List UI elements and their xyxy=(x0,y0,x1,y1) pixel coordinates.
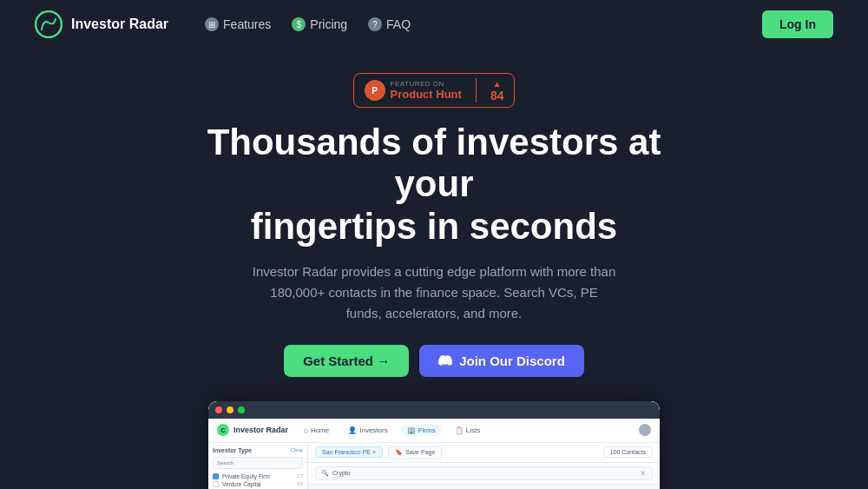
nav-features-link[interactable]: ⊞ Features xyxy=(196,12,279,36)
ph-number: 84 xyxy=(490,89,504,102)
sidebar-item-venture-capital: Venture Capital 93 xyxy=(213,481,303,487)
sidebar-search-input[interactable] xyxy=(213,457,303,469)
app-screenshot: C Investor Radar ⌂ Home 👤 Investors 🏢 Fi… xyxy=(208,401,660,489)
nav-faq-link[interactable]: ? FAQ xyxy=(359,12,419,36)
search-input-inner[interactable]: 🔍 Crypto ✕ xyxy=(315,466,653,480)
app-filters: San Francisco PE × 🔖 Save Page 100 Conta… xyxy=(308,443,660,463)
join-discord-button[interactable]: Join Our Discord xyxy=(419,345,584,377)
search-clear-icon[interactable]: ✕ xyxy=(640,469,647,478)
ph-count: ▲ 84 xyxy=(490,79,504,102)
pricing-icon: $ xyxy=(292,17,306,31)
app-cards: Practica Capital 📞 Contact ▾ Micro VC, P… xyxy=(308,485,660,489)
ph-logo: P xyxy=(365,80,385,101)
ph-divider xyxy=(476,78,477,102)
sidebar-clear-button[interactable]: Clear xyxy=(291,447,303,453)
app-avatar xyxy=(639,424,651,436)
hero-section: P FEATURED ON Product Hunt ▲ 84 Thousand… xyxy=(0,49,868,489)
ph-badge-left: P FEATURED ON Product Hunt xyxy=(365,80,462,101)
app-main: San Francisco PE × 🔖 Save Page 100 Conta… xyxy=(308,443,660,489)
filter-chip-sf[interactable]: San Francisco PE × xyxy=(315,446,383,458)
app-nav-items: ⌂ Home 👤 Investors 🏢 Firms 📋 Lists xyxy=(299,425,485,436)
nav-links: ⊞ Features $ Pricing ? FAQ xyxy=(196,12,762,36)
app-inner: C Investor Radar ⌂ Home 👤 Investors 🏢 Fi… xyxy=(208,401,660,489)
sidebar-item-private-equity: Private Equity Firm 27 xyxy=(213,473,303,479)
app-logo-circle: C xyxy=(217,424,229,436)
ph-featured-label: FEATURED ON xyxy=(391,80,444,88)
titlebar-dot-red xyxy=(215,406,222,413)
navbar: Investor Radar ⊞ Features $ Pricing ? FA… xyxy=(0,0,868,49)
search-icon: 🔍 xyxy=(321,470,329,477)
app-body: Investor Type Clear Private Equity Firm … xyxy=(208,443,660,489)
app-nav: C Investor Radar ⌂ Home 👤 Investors 🏢 Fi… xyxy=(208,419,660,443)
ph-arrow-icon: ▲ xyxy=(493,79,502,89)
app-search-bar: 🔍 Crypto ✕ xyxy=(308,463,660,485)
app-sidebar: Investor Type Clear Private Equity Firm … xyxy=(208,443,308,489)
app-nav-investors[interactable]: 👤 Investors xyxy=(343,425,392,436)
app-nav-lists[interactable]: 📋 Lists xyxy=(450,425,485,436)
discord-icon xyxy=(438,354,452,367)
sidebar-checkbox-private-equity[interactable] xyxy=(213,473,219,479)
app-nav-firms[interactable]: 🏢 Firms xyxy=(402,425,441,436)
hero-subtitle: Investor Radar provides a cutting edge p… xyxy=(252,261,616,324)
get-started-button[interactable]: Get Started → xyxy=(284,345,409,377)
hero-title: Thousands of investors at your fingertip… xyxy=(174,122,694,248)
ph-text: FEATURED ON Product Hunt xyxy=(391,80,462,101)
app-logo-area: C Investor Radar xyxy=(217,424,288,436)
bookmark-icon: 🔖 xyxy=(395,449,403,456)
titlebar-dot-yellow xyxy=(227,406,233,413)
logo-text: Investor Radar xyxy=(71,17,168,32)
app-nav-home[interactable]: ⌂ Home xyxy=(299,425,334,436)
save-page-button[interactable]: 🔖 Save Page xyxy=(388,446,442,459)
product-hunt-badge: P FEATURED ON Product Hunt ▲ 84 xyxy=(353,73,516,108)
svg-point-0 xyxy=(36,11,62,37)
sidebar-section-label: Investor Type xyxy=(213,447,252,453)
nav-pricing-link[interactable]: $ Pricing xyxy=(283,12,356,36)
sidebar-checkbox-venture-capital[interactable] xyxy=(213,481,219,487)
titlebar-dot-green xyxy=(238,406,245,413)
login-button[interactable]: Log In xyxy=(762,10,833,38)
logo-icon xyxy=(35,10,62,38)
faq-icon: ? xyxy=(368,17,382,31)
features-icon: ⊞ xyxy=(205,17,219,31)
logo-area: Investor Radar xyxy=(35,10,168,38)
app-titlebar xyxy=(208,401,660,419)
contacts-count: 100 Contacts xyxy=(603,446,653,458)
ph-product-name: Product Hunt xyxy=(391,88,462,101)
sidebar-section-title: Investor Type Clear xyxy=(213,447,303,453)
cta-row: Get Started → Join Our Discord xyxy=(284,345,584,377)
